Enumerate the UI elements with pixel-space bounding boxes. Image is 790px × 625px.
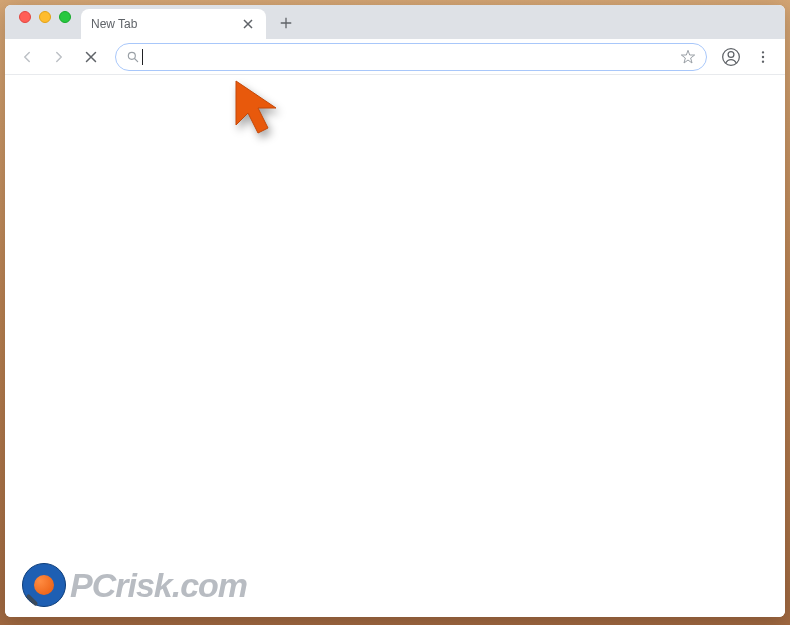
desktop-background: New Tab: [0, 0, 790, 625]
browser-window: New Tab: [5, 5, 785, 617]
search-icon: [126, 50, 140, 64]
address-bar[interactable]: [115, 43, 707, 71]
tab-bar: New Tab: [5, 5, 785, 39]
watermark: PCrisk.com: [22, 563, 247, 607]
svg-point-5: [762, 60, 764, 62]
svg-point-4: [762, 55, 764, 57]
tab-title: New Tab: [91, 17, 240, 31]
new-tab-button[interactable]: [272, 9, 300, 37]
kebab-menu-button[interactable]: [749, 43, 777, 71]
close-icon[interactable]: [240, 16, 256, 32]
browser-tab[interactable]: New Tab: [81, 9, 266, 39]
watermark-text: PCrisk.com: [70, 566, 247, 605]
svg-point-3: [762, 51, 764, 53]
svg-point-2: [728, 51, 734, 57]
window-maximize-button[interactable]: [59, 11, 71, 23]
window-minimize-button[interactable]: [39, 11, 51, 23]
window-close-button[interactable]: [19, 11, 31, 23]
profile-button[interactable]: [717, 43, 745, 71]
forward-button[interactable]: [45, 43, 73, 71]
toolbar: [5, 39, 785, 75]
bookmark-star-icon[interactable]: [680, 49, 696, 65]
stop-reload-button[interactable]: [77, 43, 105, 71]
watermark-logo-icon: [22, 563, 66, 607]
back-button[interactable]: [13, 43, 41, 71]
url-input[interactable]: [143, 49, 680, 65]
window-controls: [13, 11, 77, 33]
svg-point-0: [128, 52, 135, 59]
page-content: [5, 75, 785, 617]
